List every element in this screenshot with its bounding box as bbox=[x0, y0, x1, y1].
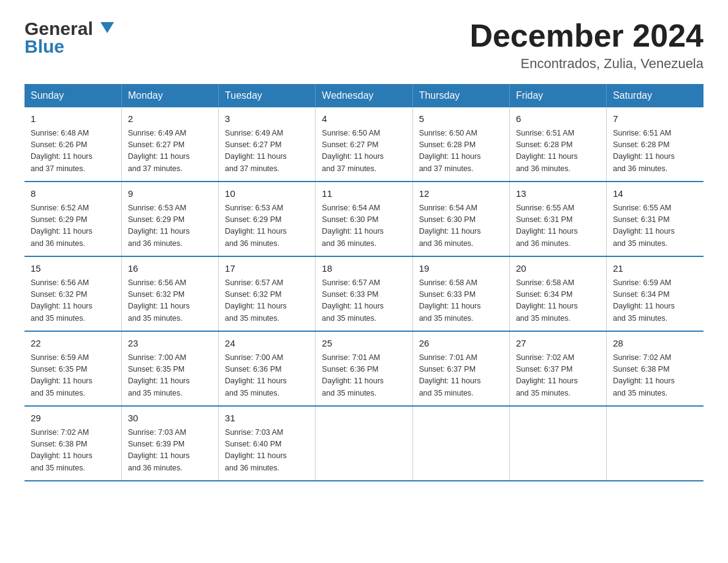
day-info: Sunrise: 7:00 AM Sunset: 6:35 PM Dayligh… bbox=[128, 352, 212, 400]
day-info: Sunrise: 6:51 AM Sunset: 6:28 PM Dayligh… bbox=[516, 128, 600, 175]
table-row: 10 Sunrise: 6:53 AM Sunset: 6:29 PM Dayl… bbox=[219, 182, 316, 256]
month-title: December 2024 bbox=[469, 18, 703, 53]
col-tuesday: Tuesday bbox=[219, 84, 316, 107]
calendar-week-row: 1 Sunrise: 6:48 AM Sunset: 6:26 PM Dayli… bbox=[25, 107, 703, 182]
table-row bbox=[509, 406, 606, 481]
col-thursday: Thursday bbox=[412, 84, 509, 107]
day-info: Sunrise: 6:50 AM Sunset: 6:27 PM Dayligh… bbox=[322, 128, 406, 175]
day-info: Sunrise: 7:02 AM Sunset: 6:38 PM Dayligh… bbox=[613, 352, 697, 400]
day-number: 4 bbox=[322, 112, 406, 126]
day-info: Sunrise: 6:50 AM Sunset: 6:28 PM Dayligh… bbox=[419, 128, 503, 175]
day-info: Sunrise: 6:59 AM Sunset: 6:34 PM Dayligh… bbox=[613, 277, 697, 325]
day-number: 14 bbox=[613, 187, 697, 201]
day-number: 31 bbox=[225, 412, 309, 426]
day-number: 18 bbox=[322, 262, 406, 276]
table-row: 1 Sunrise: 6:48 AM Sunset: 6:26 PM Dayli… bbox=[25, 107, 121, 182]
day-number: 21 bbox=[613, 262, 697, 276]
day-info: Sunrise: 6:53 AM Sunset: 6:29 PM Dayligh… bbox=[128, 202, 212, 250]
table-row: 21 Sunrise: 6:59 AM Sunset: 6:34 PM Dayl… bbox=[607, 256, 703, 331]
day-number: 15 bbox=[31, 262, 115, 276]
day-info: Sunrise: 6:58 AM Sunset: 6:34 PM Dayligh… bbox=[516, 277, 600, 325]
table-row: 14 Sunrise: 6:55 AM Sunset: 6:31 PM Dayl… bbox=[607, 182, 703, 256]
col-friday: Friday bbox=[509, 84, 606, 107]
day-number: 19 bbox=[419, 262, 503, 276]
table-row: 6 Sunrise: 6:51 AM Sunset: 6:28 PM Dayli… bbox=[509, 107, 606, 182]
day-number: 25 bbox=[322, 337, 406, 351]
table-row: 28 Sunrise: 7:02 AM Sunset: 6:38 PM Dayl… bbox=[607, 331, 703, 406]
day-number: 2 bbox=[128, 112, 212, 126]
day-number: 26 bbox=[419, 337, 503, 351]
day-number: 20 bbox=[516, 262, 600, 276]
day-info: Sunrise: 6:59 AM Sunset: 6:35 PM Dayligh… bbox=[31, 352, 115, 400]
table-row: 8 Sunrise: 6:52 AM Sunset: 6:29 PM Dayli… bbox=[25, 182, 121, 256]
day-number: 5 bbox=[419, 112, 503, 126]
col-wednesday: Wednesday bbox=[316, 84, 412, 107]
day-number: 30 bbox=[128, 412, 212, 426]
table-row: 25 Sunrise: 7:01 AM Sunset: 6:36 PM Dayl… bbox=[316, 331, 412, 406]
logo-blue: Blue bbox=[25, 36, 64, 57]
table-row: 12 Sunrise: 6:54 AM Sunset: 6:30 PM Dayl… bbox=[412, 182, 509, 256]
logo-triangle-icon bbox=[100, 22, 114, 34]
table-row: 11 Sunrise: 6:54 AM Sunset: 6:30 PM Dayl… bbox=[316, 182, 412, 256]
calendar-week-row: 29 Sunrise: 7:02 AM Sunset: 6:38 PM Dayl… bbox=[25, 406, 703, 481]
table-row: 30 Sunrise: 7:03 AM Sunset: 6:39 PM Dayl… bbox=[121, 406, 218, 481]
day-number: 13 bbox=[516, 187, 600, 201]
day-info: Sunrise: 7:03 AM Sunset: 6:39 PM Dayligh… bbox=[128, 427, 212, 475]
col-saturday: Saturday bbox=[607, 84, 703, 107]
day-number: 24 bbox=[225, 337, 309, 351]
table-row: 17 Sunrise: 6:57 AM Sunset: 6:32 PM Dayl… bbox=[219, 256, 316, 331]
day-info: Sunrise: 6:56 AM Sunset: 6:32 PM Dayligh… bbox=[128, 277, 212, 325]
calendar-header-row: Sunday Monday Tuesday Wednesday Thursday… bbox=[25, 84, 703, 107]
day-number: 11 bbox=[322, 187, 406, 201]
svg-marker-0 bbox=[100, 22, 114, 33]
day-info: Sunrise: 6:48 AM Sunset: 6:26 PM Dayligh… bbox=[31, 128, 115, 175]
day-info: Sunrise: 6:52 AM Sunset: 6:29 PM Dayligh… bbox=[31, 202, 115, 250]
page-header: General Blue December 2024 Encontrados, … bbox=[25, 18, 703, 72]
day-number: 6 bbox=[516, 112, 600, 126]
table-row: 15 Sunrise: 6:56 AM Sunset: 6:32 PM Dayl… bbox=[25, 256, 121, 331]
table-row: 22 Sunrise: 6:59 AM Sunset: 6:35 PM Dayl… bbox=[25, 331, 121, 406]
table-row: 2 Sunrise: 6:49 AM Sunset: 6:27 PM Dayli… bbox=[121, 107, 218, 182]
table-row: 23 Sunrise: 7:00 AM Sunset: 6:35 PM Dayl… bbox=[121, 331, 218, 406]
day-number: 9 bbox=[128, 187, 212, 201]
day-info: Sunrise: 6:49 AM Sunset: 6:27 PM Dayligh… bbox=[128, 128, 212, 175]
day-info: Sunrise: 6:55 AM Sunset: 6:31 PM Dayligh… bbox=[516, 202, 600, 250]
logo: General Blue bbox=[25, 18, 114, 57]
day-info: Sunrise: 7:01 AM Sunset: 6:36 PM Dayligh… bbox=[322, 352, 406, 400]
day-info: Sunrise: 6:56 AM Sunset: 6:32 PM Dayligh… bbox=[31, 277, 115, 325]
day-number: 28 bbox=[613, 337, 697, 351]
table-row bbox=[607, 406, 703, 481]
table-row bbox=[412, 406, 509, 481]
table-row: 19 Sunrise: 6:58 AM Sunset: 6:33 PM Dayl… bbox=[412, 256, 509, 331]
table-row: 27 Sunrise: 7:02 AM Sunset: 6:37 PM Dayl… bbox=[509, 331, 606, 406]
day-info: Sunrise: 7:01 AM Sunset: 6:37 PM Dayligh… bbox=[419, 352, 503, 400]
table-row bbox=[316, 406, 412, 481]
day-info: Sunrise: 6:57 AM Sunset: 6:32 PM Dayligh… bbox=[225, 277, 309, 325]
day-number: 16 bbox=[128, 262, 212, 276]
location-title: Encontrados, Zulia, Venezuela bbox=[469, 56, 703, 72]
day-number: 22 bbox=[31, 337, 115, 351]
day-number: 3 bbox=[225, 112, 309, 126]
table-row: 24 Sunrise: 7:00 AM Sunset: 6:36 PM Dayl… bbox=[219, 331, 316, 406]
day-number: 1 bbox=[31, 112, 115, 126]
table-row: 18 Sunrise: 6:57 AM Sunset: 6:33 PM Dayl… bbox=[316, 256, 412, 331]
table-row: 13 Sunrise: 6:55 AM Sunset: 6:31 PM Dayl… bbox=[509, 182, 606, 256]
table-row: 5 Sunrise: 6:50 AM Sunset: 6:28 PM Dayli… bbox=[412, 107, 509, 182]
day-info: Sunrise: 7:00 AM Sunset: 6:36 PM Dayligh… bbox=[225, 352, 309, 400]
calendar-table: Sunday Monday Tuesday Wednesday Thursday… bbox=[25, 84, 703, 481]
day-info: Sunrise: 6:54 AM Sunset: 6:30 PM Dayligh… bbox=[322, 202, 406, 250]
calendar-week-row: 8 Sunrise: 6:52 AM Sunset: 6:29 PM Dayli… bbox=[25, 182, 703, 256]
col-sunday: Sunday bbox=[25, 84, 121, 107]
day-number: 12 bbox=[419, 187, 503, 201]
day-info: Sunrise: 6:58 AM Sunset: 6:33 PM Dayligh… bbox=[419, 277, 503, 325]
table-row: 31 Sunrise: 7:03 AM Sunset: 6:40 PM Dayl… bbox=[219, 406, 316, 481]
day-number: 8 bbox=[31, 187, 115, 201]
day-info: Sunrise: 6:51 AM Sunset: 6:28 PM Dayligh… bbox=[613, 128, 697, 175]
day-number: 10 bbox=[225, 187, 309, 201]
day-number: 7 bbox=[613, 112, 697, 126]
table-row: 9 Sunrise: 6:53 AM Sunset: 6:29 PM Dayli… bbox=[121, 182, 218, 256]
table-row: 3 Sunrise: 6:49 AM Sunset: 6:27 PM Dayli… bbox=[219, 107, 316, 182]
day-info: Sunrise: 7:02 AM Sunset: 6:37 PM Dayligh… bbox=[516, 352, 600, 400]
day-info: Sunrise: 7:02 AM Sunset: 6:38 PM Dayligh… bbox=[31, 427, 115, 475]
col-monday: Monday bbox=[121, 84, 218, 107]
